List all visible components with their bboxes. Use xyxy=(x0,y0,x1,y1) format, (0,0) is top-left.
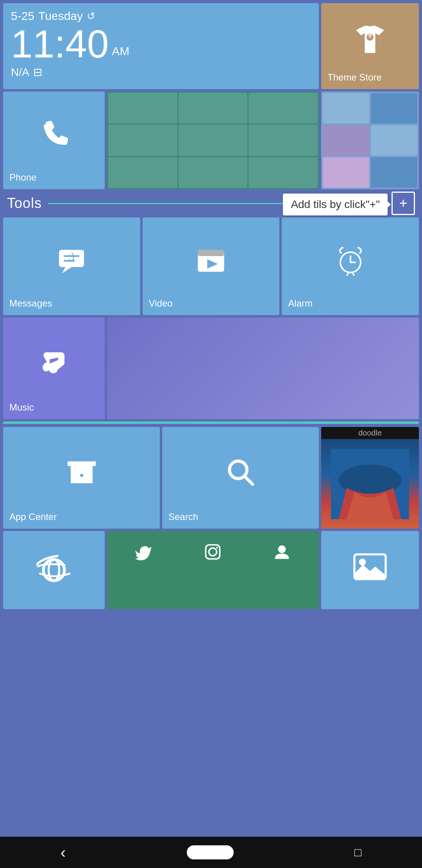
grid-cell xyxy=(108,93,177,124)
clock-date: 5-25 xyxy=(11,9,34,23)
tools-section-title: Tools xyxy=(7,195,42,212)
row-4: Music xyxy=(3,317,419,419)
app-center-icon xyxy=(9,433,154,511)
mosaic-cell xyxy=(371,125,417,156)
contacts-icon xyxy=(248,534,316,569)
tile-phone[interactable]: Phone xyxy=(3,91,105,189)
grid-cell xyxy=(179,125,248,156)
alarm-icon xyxy=(288,224,413,298)
social-empty-3 xyxy=(248,571,316,606)
svg-point-19 xyxy=(80,474,83,477)
svg-line-25 xyxy=(244,476,252,484)
row-5: App Center Search doodle xyxy=(3,427,419,529)
nav-bar: ‹ □ xyxy=(0,837,422,868)
mosaic-cell xyxy=(323,125,369,156)
grid-cell xyxy=(249,125,318,156)
messages-icon: :) xyxy=(9,224,134,298)
tile-app-center[interactable]: App Center xyxy=(3,427,160,529)
tools-section-header: Tools + Add tils by click"+" xyxy=(3,192,419,215)
svg-rect-8 xyxy=(198,250,224,256)
music-label: Music xyxy=(9,402,98,413)
clock-refresh-icon: ↺ xyxy=(87,10,95,22)
grid-cell xyxy=(179,93,248,124)
svg-rect-17 xyxy=(74,463,83,465)
grid-cell xyxy=(108,157,177,188)
tile-messages[interactable]: :) Messages xyxy=(3,217,140,315)
mosaic-cell xyxy=(371,157,417,188)
search-label: Search xyxy=(168,511,313,522)
gallery-icon xyxy=(352,551,388,590)
mosaic-cell xyxy=(371,93,417,124)
app-center-label: App Center xyxy=(9,511,154,522)
social-empty-2 xyxy=(179,571,247,606)
svg-point-28 xyxy=(43,560,64,581)
svg-point-16 xyxy=(85,462,88,465)
svg-point-33 xyxy=(278,545,286,553)
row-1: 5-25 Tuesday ↺ 11:40 AM N/A ⊟ xyxy=(3,3,419,89)
video-label: Video xyxy=(149,298,274,309)
video-icon xyxy=(149,224,274,298)
tile-doodle[interactable]: doodle xyxy=(321,427,419,529)
section-divider xyxy=(3,421,419,424)
svg-line-14 xyxy=(347,273,349,276)
tile-video[interactable]: Video xyxy=(143,217,280,315)
clock-time: 11:40 xyxy=(11,24,109,63)
tile-theme-store[interactable]: Theme Store xyxy=(321,3,419,89)
theme-store-label: Theme Store xyxy=(327,72,413,83)
tile-gallery[interactable] xyxy=(321,531,419,609)
tile-clock[interactable]: 5-25 Tuesday ↺ 11:40 AM N/A ⊟ xyxy=(3,3,319,89)
svg-point-32 xyxy=(216,547,218,549)
tile-alarm[interactable]: Alarm xyxy=(282,217,419,315)
svg-text::): :) xyxy=(69,251,75,262)
mosaic-cell xyxy=(323,93,369,124)
tile-social-grid[interactable] xyxy=(107,531,319,609)
grid-cell xyxy=(249,93,318,124)
tile-music[interactable]: Music xyxy=(3,317,105,419)
phone-label: Phone xyxy=(9,172,98,183)
messages-label: Messages xyxy=(9,298,134,309)
ie-icon xyxy=(9,537,98,603)
svg-line-15 xyxy=(352,273,354,276)
tile-wide-empty[interactable] xyxy=(107,317,419,419)
tooltip-add-tiles: Add tils by click"+" xyxy=(283,194,388,215)
doodle-label: doodle xyxy=(321,427,419,439)
grid-cell xyxy=(108,125,177,156)
svg-point-1 xyxy=(368,34,372,37)
svg-rect-30 xyxy=(206,545,220,559)
twitter-icon xyxy=(110,534,178,569)
social-empty-1 xyxy=(110,571,178,606)
phone-icon xyxy=(9,98,98,172)
clock-signal: N/A xyxy=(11,66,29,79)
grid-cell xyxy=(249,157,318,188)
sliders-icon: ⊟ xyxy=(33,66,42,79)
row-6 xyxy=(3,531,419,609)
alarm-label: Alarm xyxy=(288,298,413,309)
row-3: :) Messages Video xyxy=(3,217,419,315)
row-2: Phone xyxy=(3,91,419,189)
doodle-image xyxy=(321,439,419,529)
tile-grid-app[interactable] xyxy=(107,91,319,189)
tile-search[interactable]: Search xyxy=(162,427,319,529)
recent-button[interactable]: □ xyxy=(354,846,361,859)
add-tile-button[interactable]: + xyxy=(392,192,415,215)
search-icon xyxy=(168,433,313,511)
back-button[interactable]: ‹ xyxy=(61,844,66,861)
svg-point-29 xyxy=(49,560,59,581)
svg-marker-3 xyxy=(62,267,72,273)
instagram-icon xyxy=(179,534,247,569)
clock-day: Tuesday xyxy=(38,9,83,23)
svg-point-35 xyxy=(359,558,366,565)
grid-cell xyxy=(179,157,248,188)
mosaic-cell xyxy=(323,157,369,188)
tile-internet-explorer[interactable] xyxy=(3,531,105,609)
svg-point-31 xyxy=(209,548,217,556)
clock-ampm: AM xyxy=(112,45,129,58)
home-button[interactable] xyxy=(187,845,234,859)
tile-mosaic[interactable] xyxy=(321,91,419,189)
theme-store-icon xyxy=(327,9,413,72)
music-icon xyxy=(9,324,98,402)
